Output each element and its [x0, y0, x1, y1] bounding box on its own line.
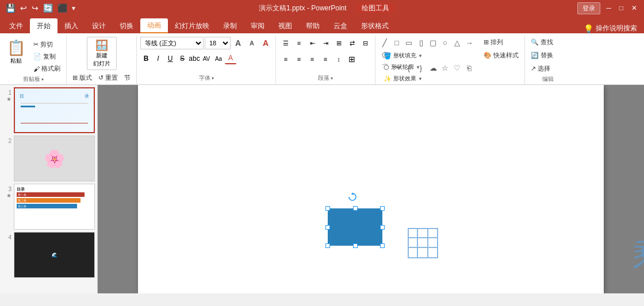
tab-help[interactable]: 帮助 — [299, 18, 327, 33]
convert-smartart-button[interactable]: ⊞ — [346, 53, 358, 65]
font-shrink-button[interactable]: A — [246, 37, 258, 49]
login-button[interactable]: 登录 — [577, 2, 600, 14]
tab-view[interactable]: 视图 — [271, 18, 299, 33]
slide-item-4[interactable]: 4 🌊 — [2, 232, 95, 278]
shape-circle-btn[interactable]: ○ — [439, 37, 451, 48]
slide-thumb-3[interactable]: 目录 第一条 第二条 第三条 — [14, 184, 95, 230]
change-case-button[interactable]: Aa — [213, 53, 224, 64]
tab-slideshow[interactable]: 幻灯片放映 — [168, 18, 216, 33]
shape-line-btn[interactable]: ╱ — [379, 37, 390, 48]
smart-art-button[interactable]: ⊟ — [359, 37, 371, 49]
new-slide-button[interactable]: 🪟 新建 幻灯片 — [87, 37, 117, 70]
shape-effect-button[interactable]: ✨ 形状效果 ▼ — [381, 73, 521, 84]
slide-item-3[interactable]: 3 ★ 目录 第一条 第二条 第三条 — [2, 184, 95, 230]
clear-format-button[interactable]: A — [259, 37, 272, 49]
slide-thumb-4[interactable]: 🌊 — [14, 232, 95, 278]
format-painter-button[interactable]: 🖌 格式刷 — [31, 63, 63, 74]
tab-review[interactable]: 审阅 — [244, 18, 271, 33]
bold-button[interactable]: B — [140, 53, 152, 64]
select-button[interactable]: ↗ 选择 — [528, 63, 553, 74]
handle-br[interactable] — [380, 243, 385, 248]
shape-rect2-btn[interactable]: ▭ — [403, 37, 415, 48]
shape-fill-button[interactable]: 🪣 形状填充 ▼ — [381, 51, 521, 61]
replace-button[interactable]: 🔄 替换 — [528, 50, 555, 61]
copy-button[interactable]: 📄 复制 — [31, 51, 63, 62]
layout-button[interactable]: ⊞ 版式 — [70, 72, 94, 83]
find-button[interactable]: 🔍 查找 — [528, 37, 555, 48]
bullets-button[interactable]: ☰ — [279, 37, 292, 49]
columns-button[interactable]: ⊞ — [332, 37, 345, 49]
restore-icon[interactable]: □ — [617, 2, 626, 14]
tab-home[interactable]: 开始 — [30, 18, 57, 33]
handle-bm[interactable] — [353, 243, 358, 248]
decrease-indent-button[interactable]: ⇤ — [306, 37, 319, 49]
shape-outline-button[interactable]: ⬡ 形状轮廓 ▼ — [381, 62, 521, 72]
tab-design[interactable]: 设计 — [85, 18, 113, 33]
new-slide-icon: 🪟 — [95, 39, 108, 52]
handle-tm[interactable] — [353, 206, 358, 211]
paste-button[interactable]: 📋 粘贴 — [3, 37, 29, 67]
tab-transition[interactable]: 切换 — [113, 18, 140, 33]
shape-rect3-btn[interactable]: ▯ — [415, 37, 427, 48]
tab-record[interactable]: 录制 — [216, 18, 244, 33]
paragraph-expand-icon[interactable]: ▾ — [331, 76, 333, 81]
redo-icon[interactable]: ↪ — [30, 2, 40, 14]
font-size-select[interactable]: 18 — [205, 37, 231, 49]
slide-item-2[interactable]: 2 🌸 — [2, 135, 95, 181]
handle-mr[interactable] — [380, 225, 385, 230]
canvas-area[interactable]: 乘 • 汇报 人 名 工作意结 工作总结 单击此处添加副标题内容 工作总结 工 … — [98, 85, 644, 293]
align-center-button[interactable]: ≡ — [293, 53, 305, 65]
dropdown-icon[interactable]: ▼ — [71, 5, 76, 11]
line-spacing-button[interactable]: ↕ — [332, 53, 345, 65]
shape-tri-btn[interactable]: △ — [451, 37, 463, 48]
underline-button[interactable]: U — [164, 53, 176, 64]
increase-indent-button[interactable]: ⇥ — [319, 37, 332, 49]
align-left-button[interactable]: ≡ — [279, 53, 292, 65]
slide-panel: 1 ★ 目录 2 🌸 — [0, 85, 98, 293]
rotation-handle[interactable] — [347, 191, 358, 203]
char-spacing-button[interactable]: AV — [201, 53, 212, 64]
handle-ml[interactable] — [325, 225, 330, 230]
selected-shape[interactable] — [328, 208, 382, 246]
font-expand-icon[interactable]: ▾ — [212, 76, 214, 81]
slide-canvas[interactable]: 乘 • 汇报 人 名 工作意结 工作总结 单击此处添加副标题内容 工作总结 工 … — [138, 85, 604, 293]
cut-button[interactable]: ✂ 剪切 — [31, 39, 63, 50]
text-direction-button[interactable]: ⇄ — [346, 37, 358, 49]
font-grow-button[interactable]: A — [232, 37, 244, 49]
shape-rect-btn[interactable]: □ — [391, 37, 402, 48]
undo-icon[interactable]: ↩ — [19, 2, 28, 14]
save-icon[interactable]: 💾 — [5, 2, 17, 14]
save2-icon[interactable]: ⬛ — [56, 2, 68, 14]
slide-item-1[interactable]: 1 ★ 目录 — [2, 87, 95, 133]
font-color-button[interactable]: A — [225, 53, 236, 64]
section-button[interactable]: 节 — [122, 72, 133, 83]
tab-shape-format[interactable]: 形状格式 — [354, 18, 396, 33]
tab-animation[interactable]: 动画 — [140, 18, 168, 33]
tab-yunhe[interactable]: 云盒 — [327, 18, 354, 33]
search-description-label[interactable]: 操作说明搜索 — [596, 24, 637, 33]
chinese-char-element[interactable]: 乘 — [632, 234, 644, 277]
arrange-button[interactable]: ⊞ 排列 — [481, 37, 521, 48]
table-element[interactable] — [407, 227, 439, 266]
handle-tr[interactable] — [380, 206, 385, 211]
refresh-icon[interactable]: 🔄 — [42, 2, 54, 14]
close-icon[interactable]: ✕ — [629, 2, 639, 14]
slide-thumb-2[interactable]: 🌸 — [14, 135, 95, 181]
tab-file[interactable]: 文件 — [2, 18, 30, 33]
shadow-button[interactable]: abc — [189, 53, 200, 64]
handle-tl[interactable] — [325, 206, 330, 211]
minimize-icon[interactable]: ─ — [604, 2, 614, 14]
italic-button[interactable]: I — [152, 53, 164, 64]
font-family-select[interactable]: 等线 (正文) — [140, 37, 204, 49]
reset-button[interactable]: ↺ 重置 — [96, 72, 120, 83]
tab-insert[interactable]: 插入 — [57, 18, 85, 33]
shape-arrow-btn[interactable]: → — [463, 37, 475, 48]
handle-bl[interactable] — [325, 243, 330, 248]
slide-thumb-1[interactable]: 目录 — [14, 87, 95, 133]
clipboard-expand-icon[interactable]: ▾ — [41, 77, 44, 82]
align-right-button[interactable]: ≡ — [306, 53, 319, 65]
strikethrough-button[interactable]: S — [177, 53, 188, 64]
numbering-button[interactable]: ≡ — [293, 37, 305, 49]
shape-round-btn[interactable]: ▢ — [427, 37, 439, 48]
justify-button[interactable]: ≡ — [319, 53, 332, 65]
